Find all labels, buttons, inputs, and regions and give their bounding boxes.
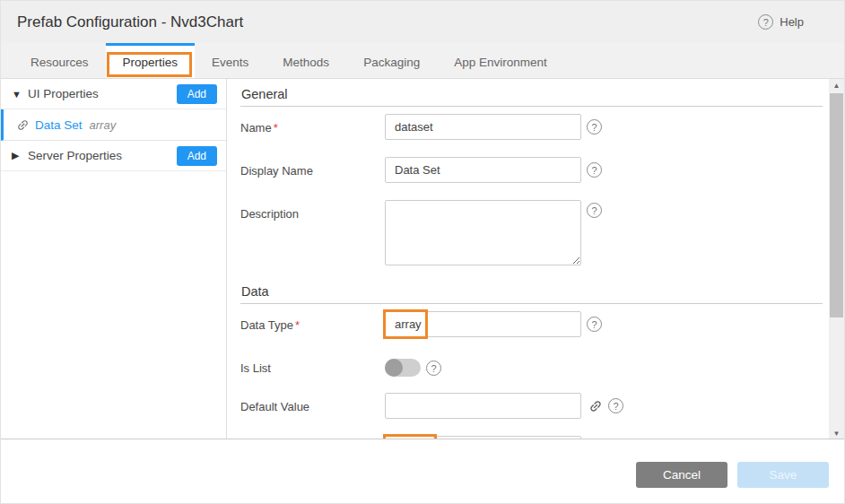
dialog-body: ▼ UI Properties Add Data Set array ▶ Ser… [1,79,844,440]
display-name-label: Display Name [240,157,385,178]
dialog-footer: Cancel Save [1,439,844,503]
is-list-toggle[interactable] [385,359,421,377]
tab-packaging[interactable]: Packaging [346,43,437,78]
scrollbar-thumb[interactable] [830,93,843,317]
cancel-button[interactable]: Cancel [636,462,727,488]
field-row-name: Name* ? [240,114,823,140]
tab-events[interactable]: Events [195,43,266,78]
label-text: Display Name [240,164,313,178]
tab-label: Properties [123,56,179,69]
help-circle-icon[interactable]: ? [587,317,602,332]
sidebar-item-dataset[interactable]: Data Set array [1,109,226,141]
scroll-up-arrow-icon[interactable]: ▲ [829,79,844,92]
help-circle-icon[interactable]: ? [587,162,602,178]
page-title: Prefab Configuration - Nvd3Chart [17,13,758,31]
required-asterisk: * [295,318,300,332]
tab-resources[interactable]: Resources [13,43,106,78]
data-type-label: Data Type* [240,311,385,332]
field-row-is-list: Is List ? [240,354,823,377]
group-label: Server Properties [28,149,177,162]
tab-label: Methods [283,56,329,69]
save-button[interactable]: Save [737,462,829,488]
caret-right-icon: ▶ [12,150,24,161]
field-row-display-name: Display Name ? [240,157,823,183]
caret-down-icon: ▼ [12,89,24,100]
tab-label: Events [212,56,248,69]
add-ui-property-button[interactable]: Add [177,84,217,104]
tab-label: Packaging [363,56,420,69]
tab-app-environment[interactable]: App Environment [437,43,564,78]
bind-link-icon[interactable] [588,399,603,413]
dataset-item-label: Data Set [35,118,83,132]
tab-label: App Environment [454,56,547,69]
help-circle-icon: ? [758,14,773,30]
dataset-item-type: array [90,118,117,132]
property-form: General Name* ? Display Name ? Descripti… [227,79,844,440]
default-value-input[interactable] [385,393,581,419]
required-asterisk: * [274,121,278,135]
sidebar-group-ui-properties[interactable]: ▼ UI Properties Add [1,79,226,109]
field-row-data-type: Data Type* ? [240,311,823,337]
add-server-property-button[interactable]: Add [177,146,217,166]
link-icon [16,118,30,132]
vertical-scrollbar[interactable]: ▲ ▼ [829,79,844,440]
label-text: Is List [240,361,271,375]
tab-bar: Resources Properties Events Methods Pack… [1,43,844,79]
properties-sidebar: ▼ UI Properties Add Data Set array ▶ Ser… [1,79,227,440]
label-text: Name [240,121,272,135]
is-list-label: Is List [240,354,385,375]
tab-label: Resources [30,56,89,69]
description-label: Description [240,200,385,221]
title-bar: Prefab Configuration - Nvd3Chart ? Help [1,1,844,43]
sidebar-group-server-properties[interactable]: ▶ Server Properties Add [1,141,226,171]
display-name-input[interactable] [385,157,581,183]
tab-properties[interactable]: Properties [106,43,196,78]
group-label: UI Properties [28,87,177,100]
help-circle-icon[interactable]: ? [608,398,623,413]
description-textarea[interactable] [385,200,581,265]
help-circle-icon[interactable]: ? [587,203,602,218]
label-text: Description [240,207,299,221]
data-type-input[interactable] [385,311,581,337]
section-heading-data: Data [240,276,823,304]
default-value-label: Default Value [240,393,385,413]
name-label: Name* [240,114,385,135]
label-text: Default Value [240,400,309,413]
help-circle-icon[interactable]: ? [587,119,602,135]
help-circle-icon[interactable]: ? [426,361,441,376]
toggle-knob [385,359,403,377]
help-label: Help [780,15,804,29]
name-input[interactable] [385,114,581,140]
section-heading-general: General [240,79,823,107]
label-text: Data Type [240,318,293,332]
field-row-description: Description ? [240,200,823,265]
help-button[interactable]: ? Help [758,14,804,30]
tab-methods[interactable]: Methods [266,43,346,78]
field-row-default-value: Default Value ? [240,393,823,419]
